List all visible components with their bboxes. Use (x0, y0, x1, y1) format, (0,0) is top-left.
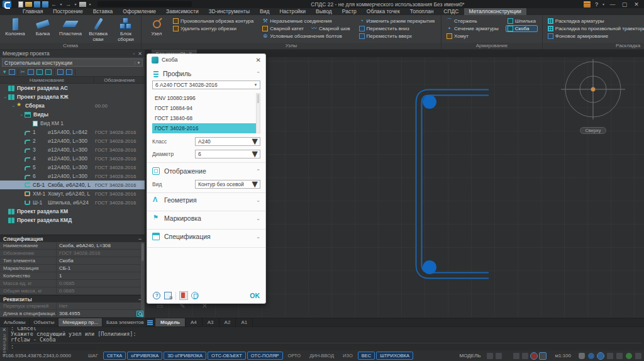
profile-select[interactable]: 6 А240 ГОСТ 34028-2016 ▼ (152, 81, 260, 89)
ribbon-tab-13[interactable]: Металлоконструкции (464, 8, 526, 15)
view-compass[interactable]: Сверху (560, 59, 626, 135)
print-icon[interactable] (79, 2, 86, 7)
diameter-select[interactable]: 6 ▼ (195, 150, 260, 158)
ribbon-button-plate[interactable]: Пластина (57, 16, 84, 37)
ribbon-tab-7[interactable]: Настройки (274, 8, 311, 15)
open-file-icon[interactable] (25, 2, 32, 7)
section-marking[interactable]: Маркировка⌄ (152, 211, 260, 225)
ribbon-button-clamp[interactable]: Скоба (506, 25, 538, 32)
view-select[interactable]: Контур без осевой ▼ (195, 180, 260, 189)
status-toggle-ИЗО[interactable]: ИЗО (339, 352, 357, 360)
section-profile[interactable]: Профиль ⌃ (152, 67, 260, 81)
dock-tab-0[interactable]: Альбомы (0, 318, 30, 326)
zoom-icon[interactable] (588, 353, 594, 359)
status-toggle-ОРТО[interactable]: ОРТО (284, 352, 305, 360)
ribbon-button-delete-contour[interactable]: Удалить контур обрезки (171, 25, 255, 32)
property-section-header[interactable]: Реквизиты− (0, 295, 145, 303)
standard-item-0[interactable]: ENV 10080:1996 (152, 93, 260, 103)
ribbon-button-pile[interactable]: Вставка сваи (85, 16, 111, 42)
undo-icon[interactable]: ← (50, 1, 57, 8)
ribbon-button-beam[interactable]: Балка (30, 16, 56, 37)
ribbon-button-background-reinforcement[interactable]: Фоновое армирование (546, 33, 644, 40)
property-row-3[interactable]: Тип элементаСкоба (0, 257, 145, 265)
tree-row-0[interactable]: Проект раздела АС (0, 84, 145, 92)
copy-icon[interactable] (36, 69, 43, 75)
dock-tab-3[interactable]: База элементов (103, 318, 148, 326)
property-row-4[interactable]: Марка/позицияСБ-1 (0, 265, 145, 272)
minimize-button[interactable]: — (609, 1, 616, 8)
layout-tab-1[interactable]: A4 (186, 318, 203, 326)
maximize-button[interactable]: ▢ (621, 1, 628, 8)
ribbon-button-pin[interactable]: Шпилька (506, 18, 538, 25)
tree-row-7[interactable]: 3⌀12А400, L=300ГОСТ 34028-2016 (0, 145, 145, 154)
tree-row-14[interactable]: Проект раздела КМ (0, 207, 145, 216)
export-icon[interactable] (9, 69, 15, 75)
status-toggle-ШТРИХОВКА[interactable]: ШТРИХОВКА (376, 352, 413, 360)
tree-row-4[interactable]: Вид КМ 1 (0, 119, 145, 128)
ribbon-button-weld-leg[interactable]: Сварной катет (260, 25, 306, 32)
ribbon-tab-0[interactable]: Главная (18, 8, 48, 15)
pin-icon[interactable]: ▫ (133, 51, 135, 57)
ribbon-tab-2[interactable]: Вставка (88, 8, 118, 15)
new-file-icon[interactable] (18, 1, 23, 8)
report-icon[interactable] (66, 69, 72, 75)
tree-row-3[interactable]: ⌄Виды (0, 110, 145, 119)
tree-row-1[interactable]: ⌄Проект раздела КЖ (0, 92, 145, 101)
layout-tab-2[interactable]: A3 (203, 318, 219, 326)
tree-row-13[interactable]: Ш-1Шпилька, ⌀6А24ГОСТ 34028-2016 (0, 198, 145, 207)
command-history[interactable]: Укажите направление анкеров:: CancelУкаж… (8, 327, 644, 350)
column-designation[interactable]: Обозначение (94, 77, 145, 83)
options-dropdown-icon[interactable]: ▾ (3, 69, 6, 75)
close-panel-icon[interactable]: ✕ (138, 51, 142, 57)
ribbon-button-move-up[interactable]: Переместить вверх (357, 33, 437, 40)
cut-icon[interactable]: ✂ (21, 69, 26, 75)
standard-item-3[interactable]: ГОСТ 34028-2016 (152, 123, 260, 133)
dock-tab-1[interactable]: Объекты (30, 318, 58, 326)
property-row-9[interactable]: Перепуск стержнейНет (0, 303, 145, 310)
property-row-1[interactable]: НаименованиеСкоба, ⌀6А240, L=308 (0, 242, 145, 250)
status-toggle-оПРИВЯЗКА[interactable]: оПРИВЯЗКА (127, 352, 162, 360)
transparency-icon[interactable] (487, 353, 493, 359)
lock-ui-icon[interactable] (531, 353, 537, 359)
scale-indicator[interactable]: м1:100 (552, 353, 574, 358)
command-close-icon[interactable]: ✕ (2, 327, 6, 333)
structure-type-select[interactable]: Строительные конструкции ▼ (2, 58, 143, 67)
class-select[interactable]: А240 ▼ (195, 137, 260, 146)
help-dropdown-icon[interactable]: ▾ (602, 2, 604, 6)
quick-search-strip[interactable] (97, 1, 192, 7)
ribbon-tab-4[interactable]: Зависимости (161, 8, 204, 15)
redo-icon[interactable]: → (65, 1, 72, 8)
ribbon-button-overlap-mode[interactable]: ◔Изменить режим перекрытия (357, 18, 437, 25)
ribbon-button-bolt-symbols[interactable]: ⊕Условные обозначения болтов (260, 33, 343, 40)
close-button[interactable]: ✕ (633, 1, 640, 8)
status-toggle-ВЕС[interactable]: ВЕС (358, 352, 375, 360)
ribbon-tab-12[interactable]: СПДС (438, 8, 464, 15)
app-logo-icon[interactable] (3, 1, 11, 8)
zoom-object-icon[interactable] (607, 353, 613, 359)
tree-row-10[interactable]: 6⌀12А400, L=300ГОСТ 34028-2016 (0, 172, 145, 181)
tree-row-2[interactable]: ⌄Сборка00.00 (0, 101, 145, 110)
ribbon-button-stirrup[interactable]: Хомут (445, 33, 501, 40)
undo-dropdown-icon[interactable]: ▾ (59, 1, 63, 8)
layout-tab-3[interactable]: A2 (219, 318, 236, 326)
ribbon-button-trim-contour[interactable]: Произвольная обрезка контура (171, 18, 255, 25)
fullscreen-icon[interactable] (635, 353, 641, 359)
property-section-header[interactable]: Спецификация− (0, 235, 145, 242)
layout-list-icon[interactable] (145, 318, 155, 326)
ribbon-button-path-layout[interactable]: Раскладка по произвольной траектории (546, 25, 644, 32)
column-name[interactable]: Наименование (0, 77, 94, 83)
status-toggle-ОТС-ПОЛЯР[interactable]: ОТС-ПОЛЯР (247, 352, 283, 360)
layout-tab-4[interactable]: A1 (236, 318, 253, 326)
ribbon-button-move-down[interactable]: Переместить вниз (357, 25, 437, 32)
sheet-icon[interactable] (496, 353, 502, 359)
ribbon-tab-8[interactable]: Вывод (311, 8, 337, 15)
list-scrollbar[interactable] (256, 93, 260, 133)
search-icon[interactable] (136, 311, 143, 317)
ribbon-button-weld-joint[interactable]: ⚒Неразъемные соединения (260, 18, 333, 25)
help-menu-icon[interactable]: ? (595, 1, 598, 8)
ribbon-button-node[interactable]: Узел (143, 16, 170, 37)
ok-button[interactable]: OK (250, 292, 260, 299)
save-as-icon[interactable] (42, 1, 48, 8)
property-row-5[interactable]: Количество1 (0, 272, 145, 280)
collapse-icon[interactable]: − (138, 236, 142, 242)
